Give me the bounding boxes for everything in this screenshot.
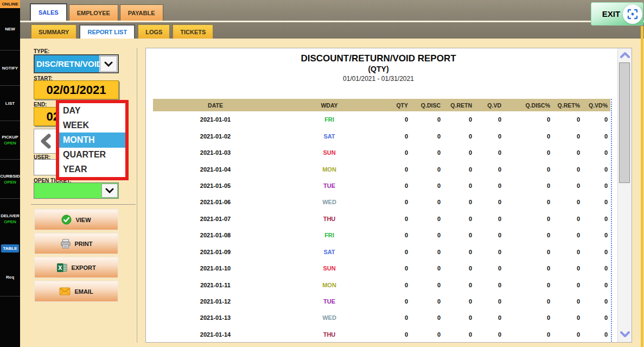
chevron-down-icon[interactable]: [101, 184, 118, 198]
exit-button[interactable]: EXIT: [591, 2, 643, 26]
value-cell: 0: [553, 314, 583, 321]
export-button[interactable]: XEXPORT: [34, 256, 119, 279]
period-option-year[interactable]: YEAR: [59, 162, 125, 177]
sidebar-item-curbsid[interactable]: CURBSIDOPEN: [0, 159, 20, 198]
weekday-cell: FRI: [278, 232, 381, 238]
sidebar-item-notify[interactable]: NOTIFY: [0, 50, 20, 85]
value-cell: 0: [504, 265, 553, 272]
date-cell: 2021-01-12: [153, 298, 278, 305]
sidebar-item-pickup[interactable]: PICKUPOPEN: [0, 121, 20, 159]
table-row[interactable]: 2021-01-08FRI0000000: [153, 227, 610, 243]
value-cell: 0: [443, 166, 475, 173]
value-cell: 0: [504, 182, 553, 189]
value-cell: 0: [504, 116, 553, 123]
tab-tickets[interactable]: TICKETS: [173, 24, 213, 39]
value-cell: 0: [411, 182, 443, 189]
weekday-cell: TUE: [278, 182, 381, 189]
weekday-cell: WED: [278, 314, 381, 321]
weekday-cell: SAT: [278, 249, 381, 255]
sidebar-item-new[interactable]: NEW: [0, 8, 20, 50]
column-header-qvd: Q.VD%: [583, 102, 610, 109]
table-row[interactable]: 2021-01-12TUE0000000: [153, 293, 610, 310]
envelope-icon: [59, 287, 71, 295]
sidebar-item-table[interactable]: TABLE: [0, 239, 20, 258]
value-cell: 0: [475, 166, 504, 173]
value-cell: 0: [381, 265, 411, 272]
right-edge-strip: [641, 26, 643, 347]
column-header-qretn: Q.RETN: [443, 102, 475, 109]
date-cell: 2021-01-08: [153, 232, 278, 238]
table-row[interactable]: 2021-01-04MON0000000: [153, 161, 610, 177]
period-option-day[interactable]: DAY: [59, 103, 125, 118]
action-button-label: PRINT: [75, 241, 93, 247]
column-header-qdisc: Q.DISC%: [504, 102, 553, 109]
open-ticket-value: [34, 183, 101, 198]
value-cell: 0: [411, 216, 443, 222]
table-row[interactable]: 2021-01-11MON0000000: [153, 276, 610, 293]
value-cell: 0: [553, 149, 583, 156]
table-row[interactable]: 2021-01-05TUE0000000: [153, 178, 610, 194]
sidebar-item-list[interactable]: LIST: [0, 85, 20, 121]
date-cell: 2021-01-01: [153, 116, 278, 123]
open-status-label: OPEN: [4, 141, 16, 146]
table-header: DATEWDAYQTYQ.DISCQ.RETNQ.VDQ.DISC%Q.RET%…: [153, 99, 610, 111]
table-row[interactable]: 2021-01-10SUN0000000: [153, 260, 610, 276]
column-header-qret: Q.RET%: [553, 102, 583, 109]
value-cell: 0: [553, 166, 583, 173]
value-cell: 0: [443, 331, 475, 338]
table-row[interactable]: 2021-01-07THU0000000: [153, 211, 610, 227]
date-cell: 2021-01-10: [153, 265, 278, 272]
excel-icon: X: [56, 263, 67, 273]
value-cell: 0: [475, 116, 504, 123]
period-option-quarter[interactable]: QUARTER: [59, 148, 125, 162]
table-row[interactable]: 2021-01-14THU0000000: [153, 326, 610, 342]
email-button[interactable]: EMAIL: [34, 280, 119, 302]
scrollbar-thumb[interactable]: [619, 62, 630, 183]
table-row[interactable]: 2021-01-03SUN0000000: [153, 144, 610, 161]
print-button[interactable]: PRINT: [34, 232, 119, 255]
date-cell: 2021-01-06: [153, 199, 278, 205]
date-cell: 2021-01-14: [153, 331, 278, 338]
exit-label: EXIT: [602, 9, 620, 18]
table-row[interactable]: 2021-01-06WED0000000: [153, 194, 610, 210]
sidebar-item-online[interactable]: ONLINE: [0, 0, 20, 8]
value-cell: 0: [553, 216, 583, 222]
tab-summary[interactable]: SUMMARY: [31, 24, 76, 39]
chevron-down-icon[interactable]: [100, 56, 117, 72]
previous-period-button[interactable]: [34, 129, 57, 154]
table-row[interactable]: 2021-01-02SAT0000000: [153, 128, 610, 144]
sidebar-item-deliver[interactable]: DELIVEROPEN: [0, 198, 20, 239]
value-cell: 0: [381, 282, 411, 288]
value-cell: 0: [411, 331, 443, 338]
report-subtitle: (QTY): [146, 65, 611, 73]
report-type-dropdown[interactable]: DISC/RETN/VOID: [34, 54, 119, 73]
tab-employee[interactable]: EMPLOYEE: [69, 4, 118, 21]
vertical-scrollbar[interactable]: [617, 48, 632, 342]
value-cell: 0: [381, 116, 411, 123]
tab-logs[interactable]: LOGS: [138, 24, 170, 39]
sidebar-items: NEWNOTIFYLISTPICKUPOPENCURBSIDOPENDELIVE…: [0, 8, 20, 347]
focus-dotted-line: [611, 99, 612, 342]
table-row[interactable]: 2021-01-09SAT0000000: [153, 244, 610, 260]
report-panel: DISCOUNT/RETURN/VOID REPORT (QTY) 01/01/…: [145, 48, 632, 343]
scroll-up-icon[interactable]: [619, 49, 632, 60]
tab-payable[interactable]: PAYABLE: [120, 4, 163, 21]
sidebar-item-label: NOTIFY: [2, 66, 18, 71]
scroll-down-icon[interactable]: [619, 329, 632, 340]
tab-sales[interactable]: SALES: [30, 3, 67, 21]
period-option-week[interactable]: WEEK: [59, 118, 125, 133]
sidebar-item-req[interactable]: Req: [0, 258, 20, 296]
view-button[interactable]: VIEW: [34, 209, 119, 231]
value-cell: 0: [583, 149, 610, 156]
period-option-month[interactable]: MONTH: [59, 133, 125, 147]
start-date-button[interactable]: 02/01/2021: [34, 80, 119, 99]
table-row[interactable]: 2021-01-01FRI0000000: [153, 111, 610, 128]
open-ticket-dropdown[interactable]: [34, 182, 119, 199]
weekday-cell: SAT: [278, 133, 381, 140]
value-cell: 0: [553, 199, 583, 205]
tab-report-list[interactable]: REPORT LIST: [79, 24, 135, 39]
table-row[interactable]: 2021-01-13WED0000000: [153, 310, 610, 326]
value-cell: 0: [475, 298, 504, 305]
value-cell: 0: [553, 232, 583, 238]
value-cell: 0: [475, 216, 504, 222]
